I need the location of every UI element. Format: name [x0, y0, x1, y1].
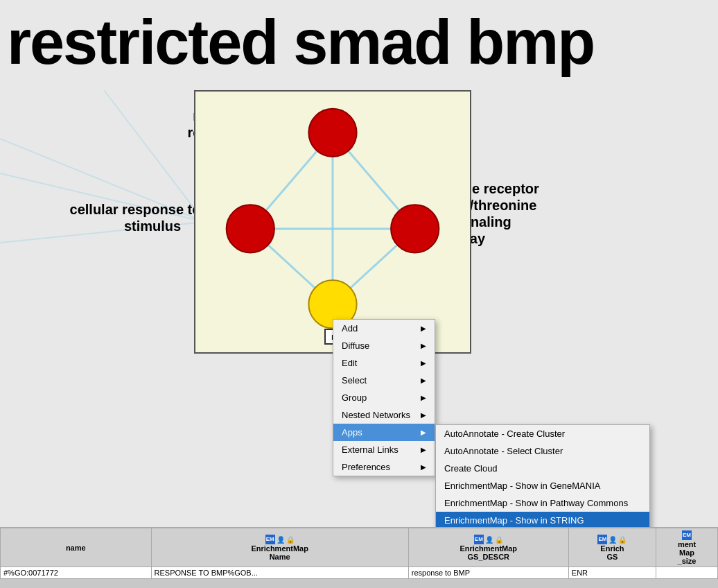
submenu-item-enrichmentmap-pathway[interactable]: EnrichmentMap - Show in Pathway Commons [436, 494, 649, 512]
arrow-icon: ▶ [421, 446, 426, 453]
bottom-table: name EM 👤 🔒 EnrichmentMap Name EM 👤 [0, 528, 718, 579]
menu-item-group[interactable]: Group ▶ [333, 389, 435, 406]
svg-line-2 [104, 90, 204, 222]
arrow-icon: ▶ [421, 411, 426, 419]
lock-icon-3: 🔒 [618, 536, 627, 544]
em-icon-4: EM [682, 530, 692, 540]
menu-item-select[interactable]: Select ▶ [333, 372, 435, 389]
svg-line-3 [0, 222, 204, 243]
col-header-em-name: EM 👤 🔒 EnrichmentMap Name [151, 528, 408, 567]
arrow-icon: ▶ [421, 394, 426, 401]
em-icon-3: EM [597, 535, 607, 544]
lock-icon-2: 🔒 [495, 536, 503, 544]
arrow-icon: ▶ [421, 359, 426, 367]
cell-gsdescr: response to BMP [408, 567, 568, 579]
menu-item-edit[interactable]: Edit ▶ [333, 354, 435, 372]
arrow-icon: ▶ [421, 429, 426, 436]
svg-point-10 [308, 109, 356, 157]
person-icon-2: 👤 [485, 536, 493, 544]
arrow-icon: ▶ [421, 325, 426, 332]
network-svg [195, 92, 470, 352]
col-header-size: EM ment Map _size [656, 528, 718, 567]
apps-submenu: AutoAnnotate - Create Cluster AutoAnnota… [435, 424, 650, 527]
arrow-icon: ▶ [421, 377, 426, 384]
em-icon-2: EM [474, 535, 484, 544]
em-icon-1: EM [265, 535, 275, 544]
svg-point-12 [391, 205, 439, 252]
person-icon-3: 👤 [608, 536, 617, 544]
arrow-icon: ▶ [421, 463, 426, 471]
context-menu: Add ▶ Diffuse ▶ Edit ▶ Select ▶ Group ▶ … [333, 319, 435, 476]
network-box [194, 90, 471, 354]
table-row: #%GO:0071772 RESPONSE TO BMP%GOB... resp… [1, 567, 718, 579]
name-label: name [66, 544, 86, 552]
cell-size [656, 567, 718, 579]
menu-item-external-links[interactable]: External Links ▶ [333, 441, 435, 458]
menu-item-diffuse[interactable]: Diffuse ▶ [333, 337, 435, 354]
menu-item-add[interactable]: Add ▶ [333, 320, 435, 337]
submenu-item-enrichmentmap-string[interactable]: EnrichmentMap - Show in STRING [436, 512, 649, 527]
cell-em-name: RESPONSE TO BMP%GOB... [151, 567, 408, 579]
svg-line-1 [0, 173, 204, 222]
menu-item-nested-networks[interactable]: Nested Networks ▶ [333, 406, 435, 424]
arrow-icon: ▶ [421, 342, 426, 349]
svg-line-0 [0, 139, 204, 222]
menu-item-preferences[interactable]: Preferences ▶ [333, 458, 435, 476]
col-header-em-gsdescr: EM 👤 🔒 EnrichmentMap GS_DESCR [408, 528, 568, 567]
canvas-area: restricted smad bmp regulation of pathwa… [0, 0, 718, 527]
bottom-panel: name EM 👤 🔒 EnrichmentMap Name EM 👤 [0, 527, 718, 588]
submenu-item-create-cloud[interactable]: Create Cloud [436, 460, 649, 477]
cell-name: #%GO:0071772 [1, 567, 152, 579]
page-title: restricted smad bmp [7, 7, 594, 78]
cell-enrich: ENR [568, 567, 656, 579]
submenu-item-enrichmentmap-genemania[interactable]: EnrichmentMap - Show in GeneMANIA [436, 477, 649, 494]
submenu-item-autoannotate-select[interactable]: AutoAnnotate - Select Cluster [436, 442, 649, 460]
svg-point-11 [227, 205, 274, 252]
col-header-name: name [1, 528, 152, 567]
lock-icon-1: 🔒 [286, 536, 295, 544]
col-header-enrich-gs: EM 👤 🔒 Enrich GS [568, 528, 656, 567]
submenu-item-autoannotate-create[interactable]: AutoAnnotate - Create Cluster [436, 425, 649, 442]
person-icon-1: 👤 [277, 536, 285, 544]
menu-item-apps[interactable]: Apps ▶ [333, 424, 435, 441]
